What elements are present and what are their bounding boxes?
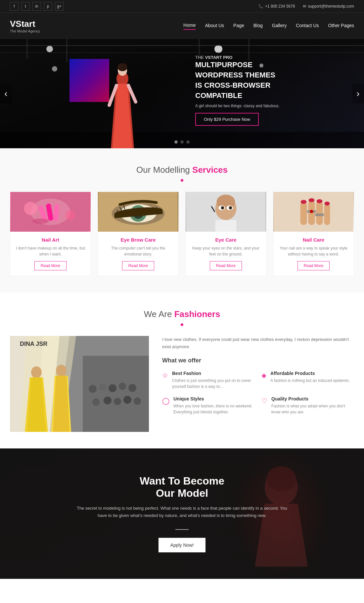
nav-about[interactable]: About Us [205,23,224,29]
services-grid: Nail Art I don't have makeup on all the … [10,192,354,276]
googleplus-icon[interactable]: g+ [55,2,64,11]
logo: VStart The Model Agency [10,19,40,33]
service-card-eyebrow: Eye Brow Care The computer can't tell yo… [98,192,179,276]
feature-best-fashion-body: Best Fashion Clothes is just something y… [172,371,255,390]
facebook-icon[interactable]: f [10,2,19,11]
best-fashion-icon: ☆ [162,371,168,379]
main-nav: Home About Us Page Blog Gallery Contact … [183,23,354,30]
feature-quality-desc: Fashion is what you adopt when you don't… [271,403,354,415]
svg-rect-45 [215,220,237,232]
hero-cta-button[interactable]: Only $29 Purchase Now [195,113,259,126]
nav-blog[interactable]: Blog [253,23,263,29]
hero-prev-button[interactable]: ‹ [0,84,12,104]
service-btn-eyecare[interactable]: Read More [210,261,242,270]
svg-point-56 [317,199,323,203]
svg-point-25 [66,210,75,220]
fashioners-image: DINA JSR [10,336,149,432]
service-title-eyebrow: Eye Brow Care [103,237,174,243]
service-body-eyecare: Eye Care Keep your eyes on the stars, an… [186,232,266,276]
svg-point-75 [92,398,100,406]
nav-contact[interactable]: Contact Us [296,23,319,29]
service-desc-eyebrow: The computer can't tell you the emotiona… [103,245,174,257]
service-card-eyecare: Eye Care Keep your eyes on the stars, an… [185,192,266,276]
phone-info: 📞 +1 800 234 5678 [258,4,295,9]
service-body-nail-art: Nail Art I don't have makeup on all the … [10,232,91,276]
svg-point-24 [24,202,37,215]
svg-point-63 [31,366,42,378]
svg-point-31 [134,209,137,213]
cta-divider [175,529,189,530]
hero-next-button[interactable]: › [352,84,364,104]
features-grid: ☆ Best Fashion Clothes is just something… [162,371,354,415]
fashioners-divider [181,323,183,326]
quality-icon: ♡ [261,397,267,405]
service-btn-nailcare[interactable]: Read More [297,261,330,270]
svg-point-78 [123,396,131,404]
feature-best-fashion-title: Best Fashion [172,371,255,376]
pinterest-icon[interactable]: p [44,2,52,11]
service-title-eyecare: Eye Care [190,237,261,243]
svg-rect-47 [300,202,307,225]
svg-point-30 [133,208,144,219]
svg-point-52 [310,210,313,213]
cta-desc: The secret to modeling is not being perf… [76,505,288,519]
linkedin-icon[interactable]: in [32,2,41,11]
nav-gallery[interactable]: Gallery [272,23,287,29]
svg-point-17 [117,63,127,71]
hero-dot-2[interactable] [180,140,184,144]
service-btn-eyebrow[interactable]: Read More [122,261,154,270]
svg-rect-50 [324,204,330,225]
svg-point-19 [31,199,70,225]
email-info: ✉ support@themestulip.com [303,4,354,9]
svg-line-35 [157,210,160,213]
services-divider [181,179,183,182]
service-body-nailcare: Nail Care Your nail are a way to speak y… [273,232,354,276]
hero-dot-1[interactable] [174,140,178,144]
hero-slider: THE VSTART PRO MULTIPURPOSE WORDPRESS TH… [0,39,364,148]
svg-rect-18 [11,192,90,232]
svg-text:DINA JSR: DINA JSR [20,341,47,347]
feature-affordable: ◈ Affordable Products A fashion is nothi… [261,371,354,390]
logo-subtitle: The Model Agency [10,29,40,33]
feature-unique-styles-body: Unique Styles When you love fashion, the… [173,396,255,415]
nav-page[interactable]: Page [233,23,244,29]
service-card-nail-art: Nail Art I don't have makeup on all the … [10,192,91,276]
svg-point-71 [99,384,106,391]
service-btn-nail-art[interactable]: Read More [34,261,67,270]
hero-title: MULTIPURPOSE WORDPRESS THEMES IS CROSS-B… [195,60,308,101]
svg-rect-22 [53,204,59,221]
svg-point-23 [32,218,49,224]
nav-home[interactable]: Home [183,23,196,30]
twitter-icon[interactable]: t [21,2,30,11]
contact-info: 📞 +1 800 234 5678 ✉ support@themestulip.… [258,4,354,9]
svg-point-42 [221,206,224,209]
fashioners-section: We Are Fashioners DINA JSR [0,293,364,448]
fashioners-content: I love new clothes. If everyone could ju… [162,336,354,415]
svg-point-73 [119,383,126,390]
affordable-icon: ◈ [261,371,266,379]
svg-point-81 [266,466,296,491]
header: VStart The Model Agency Home About Us Pa… [0,13,364,39]
service-img-eyecare [186,192,266,232]
svg-point-55 [309,198,315,202]
fashioners-inner: DINA JSR [10,336,354,432]
feature-affordable-desc: A fashion is nothing but an induced epid… [270,378,350,384]
svg-line-36 [154,207,157,211]
cta-section: Want To Become Our Model The secret to m… [0,448,364,579]
email-icon: ✉ [303,4,306,9]
unique-styles-icon: ◯ [162,397,169,405]
feature-affordable-body: Affordable Products A fashion is nothing… [270,371,350,384]
fashioners-offer-title: What we offer [162,357,354,364]
nav-other[interactable]: Other Pages [328,23,354,29]
svg-rect-69 [83,356,149,432]
service-title-nailcare: Nail Care [278,237,349,243]
hero-dot-3[interactable] [186,140,190,144]
feature-quality: ♡ Quality Products Fashion is what you a… [261,396,354,415]
services-header: Our Modelling Services [10,165,354,182]
service-img-nail-art [10,192,91,232]
services-section: Our Modelling Services Nail Art [0,148,364,293]
feature-unique-styles: ◯ Unique Styles When you love fashion, t… [162,396,255,415]
cta-apply-button[interactable]: Apply Now! [159,538,206,552]
feature-best-fashion-desc: Clothes is just something you put on to … [172,378,255,390]
fashioners-intro: I love new clothes. If everyone could ju… [162,336,354,350]
